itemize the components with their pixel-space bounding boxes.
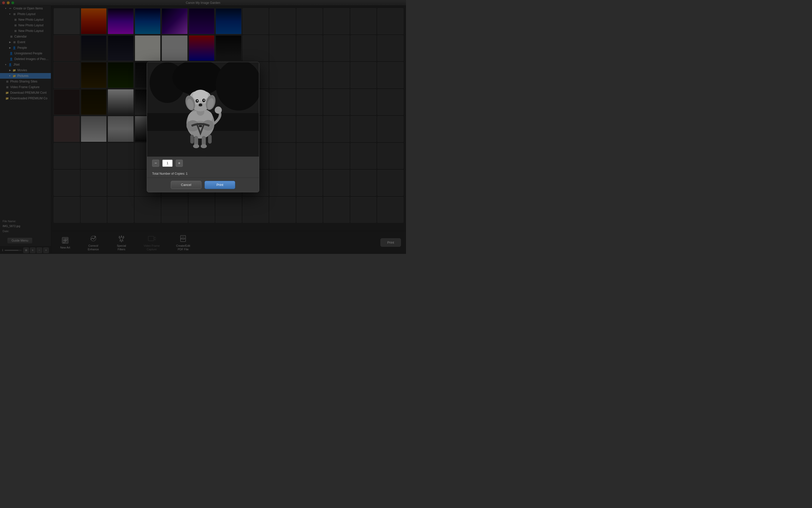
svg-point-45 <box>215 107 222 114</box>
modal-overlay: − 1 + Total Number of Copies: 1 Cancel P… <box>0 0 406 254</box>
copies-count[interactable]: 1 <box>162 160 172 167</box>
modal-cancel-button[interactable]: Cancel <box>171 181 201 189</box>
copies-plus-button[interactable]: + <box>176 160 183 167</box>
svg-rect-28 <box>208 135 212 143</box>
svg-rect-46 <box>199 125 202 127</box>
svg-point-36 <box>197 100 198 101</box>
copies-minus-button[interactable]: − <box>152 160 159 167</box>
svg-point-37 <box>203 99 204 101</box>
svg-point-44 <box>201 144 207 148</box>
modal-print-button[interactable]: Print <box>204 181 235 189</box>
svg-point-43 <box>193 144 199 148</box>
modal-controls: − 1 + <box>147 157 259 170</box>
modal-image <box>147 62 259 157</box>
svg-point-33 <box>193 90 208 101</box>
print-modal: − 1 + Total Number of Copies: 1 Cancel P… <box>147 62 259 192</box>
modal-total-copies: Total Number of Copies: 1 <box>147 170 259 177</box>
modal-buttons: Cancel Print <box>147 177 259 192</box>
svg-rect-27 <box>190 135 194 143</box>
